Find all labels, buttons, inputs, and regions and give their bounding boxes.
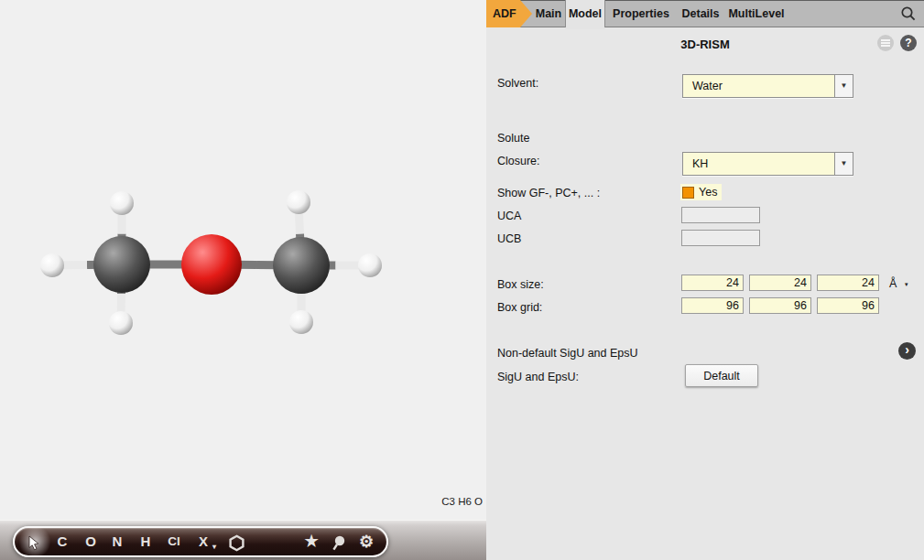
box-size-x-input[interactable]: [681, 275, 744, 291]
element-button-cl[interactable]: Cl: [163, 528, 185, 555]
ucb-label: UCB: [497, 232, 521, 245]
tab-model[interactable]: Model: [565, 0, 605, 27]
unit-dropdown-caret-icon[interactable]: ▾: [905, 281, 908, 288]
balloon-tool-icon[interactable]: [328, 528, 350, 555]
element-x-dropdown-arrow-icon[interactable]: ▾: [209, 533, 220, 560]
select-cursor-icon[interactable]: [23, 528, 45, 555]
box-size-y-input[interactable]: [749, 275, 811, 291]
closure-label: Closure:: [497, 155, 540, 167]
viewer-toolbar-strip: C O N H Cl X ▾ ★: [0, 520, 486, 560]
molecule-3d-model[interactable]: [0, 0, 486, 520]
help-icon[interactable]: ?: [900, 35, 917, 51]
box-grid-label: Box grid:: [497, 301, 542, 314]
uca-label: UCA: [497, 210, 521, 222]
closure-value: KH: [683, 153, 834, 175]
settings-gear-icon[interactable]: ⚙: [355, 528, 377, 555]
show-gf-label: Show GF-, PC+, ... :: [497, 187, 600, 199]
dropdown-arrow-icon[interactable]: ▼: [834, 153, 853, 175]
solute-section-label: Solute: [497, 132, 529, 145]
element-button-n[interactable]: N: [106, 528, 128, 555]
solvent-value: Water: [683, 75, 834, 97]
ucb-input[interactable]: [681, 230, 760, 246]
sigu-label: SigU and EpsU:: [497, 371, 579, 383]
tab-adf[interactable]: ADF: [486, 0, 532, 27]
sigu-default-button[interactable]: Default: [685, 364, 758, 387]
element-button-o[interactable]: O: [80, 528, 102, 555]
molecule-viewer[interactable]: C3 H6 O C O N H Cl X ▾: [0, 0, 486, 560]
search-icon[interactable]: [900, 5, 917, 22]
ring-tool-icon[interactable]: [225, 528, 247, 555]
box-grid-x-input[interactable]: [681, 297, 744, 314]
show-gf-checkbox[interactable]: [682, 187, 694, 199]
tab-bar: ADF Main Model Properties Details MultiL…: [486, 0, 924, 27]
input-panel: ADF Main Model Properties Details MultiL…: [486, 0, 924, 560]
tab-details[interactable]: Details: [677, 0, 724, 27]
app-window: C3 H6 O C O N H Cl X ▾: [0, 0, 924, 560]
element-toolbar: C O N H Cl X ▾ ★: [13, 526, 388, 557]
show-gf-field: Yes: [680, 184, 722, 200]
star-tool-icon[interactable]: ★: [300, 528, 322, 555]
tab-properties[interactable]: Properties: [605, 0, 677, 27]
panel-title: 3D-RISM: [486, 38, 924, 51]
molecular-formula: C3 H6 O: [441, 496, 483, 507]
tab-main[interactable]: Main: [532, 0, 565, 27]
box-size-unit[interactable]: Å: [889, 277, 897, 290]
box-size-z-input[interactable]: [817, 275, 879, 291]
uca-input[interactable]: [681, 207, 760, 223]
expand-chevron-icon[interactable]: ›: [898, 342, 916, 360]
dropdown-arrow-icon[interactable]: ▼: [834, 75, 853, 97]
box-grid-y-input[interactable]: [749, 297, 811, 314]
nondefault-sigu-label: Non-default SigU and EpsU: [497, 347, 638, 360]
tab-multilevel[interactable]: MultiLevel: [724, 0, 788, 27]
solvent-dropdown[interactable]: Water ▼: [682, 74, 853, 98]
box-size-label: Box size:: [497, 278, 544, 291]
element-button-h[interactable]: H: [135, 528, 157, 555]
show-gf-value: Yes: [699, 186, 717, 199]
closure-dropdown[interactable]: KH ▼: [682, 152, 853, 176]
box-grid-z-input[interactable]: [817, 297, 879, 314]
element-button-c[interactable]: C: [51, 528, 73, 555]
menu-icon[interactable]: [877, 35, 894, 51]
solvent-label: Solvent:: [497, 77, 538, 90]
